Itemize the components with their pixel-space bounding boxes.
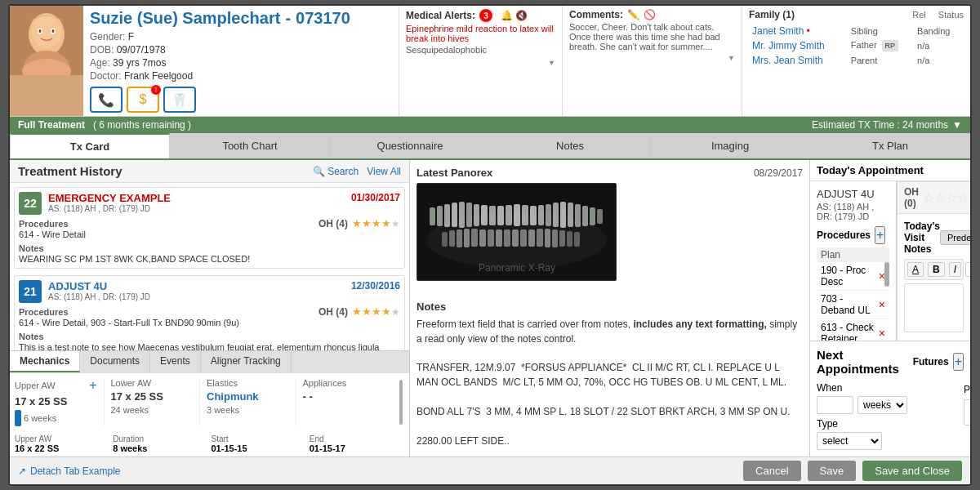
svg-rect-50	[567, 231, 572, 247]
svg-rect-24	[530, 206, 537, 225]
svg-rect-27	[553, 203, 559, 227]
view-all-button[interactable]: View All	[367, 166, 401, 177]
svg-rect-19	[489, 206, 496, 225]
visit-notes-input[interactable]	[904, 283, 964, 332]
oh-appt-label: OH (0)	[904, 186, 919, 209]
estimated-tx: Estimated TX Time : 24 months	[812, 119, 948, 131]
alert-item-2: Sesquipedalophobic	[406, 45, 555, 55]
eye-slash-icon: 🚫	[644, 9, 656, 20]
billing-button[interactable]: $	[127, 87, 159, 113]
proc-plan-header: Plan	[817, 247, 889, 262]
tab-notes[interactable]: Notes	[490, 133, 650, 158]
svg-rect-51	[574, 232, 580, 247]
events-tab[interactable]: Events	[150, 351, 201, 372]
notes-label-21: Notes	[19, 332, 44, 341]
panorex-image[interactable]: Panoramic X-Ray	[416, 183, 617, 281]
notes-text: Freeform text field that is carried over…	[416, 317, 803, 448]
procedures-next-label: Procedures	[964, 384, 970, 395]
edit-icon[interactable]: ✏️	[627, 9, 639, 20]
notes-text-22: WEARING SC PM 1ST 8WK CK,BAND SPACE CLOS…	[19, 254, 400, 264]
svg-rect-49	[559, 230, 565, 247]
svg-rect-21	[506, 205, 512, 225]
format-toolbar: A B I U	[904, 259, 964, 280]
tab-questionnaire[interactable]: Questionnaire	[330, 133, 490, 158]
elastics-col: Elastics Chipmunk 3 weeks	[207, 378, 296, 426]
treatment-item-22: 22 EMERGENCY EXAMPLE AS: (118) AH , DR: …	[14, 187, 405, 269]
cancel-button[interactable]: Cancel	[743, 461, 800, 481]
stars-21: ★★★★★	[352, 305, 400, 318]
appliances-col: Appliances - -	[303, 378, 392, 426]
lower-aw-value: 17 x 25 SS	[111, 390, 194, 403]
item-number-22: 22	[19, 192, 42, 215]
patient-id: 073170	[296, 9, 350, 28]
bottom-buttons: Cancel Save Save and Close	[743, 461, 962, 481]
svg-rect-14	[452, 203, 457, 227]
when-input[interactable]	[817, 396, 853, 414]
svg-rect-41	[496, 229, 502, 247]
procedures-label: Procedures	[817, 229, 871, 241]
upper-aw-add-button[interactable]: +	[89, 378, 96, 393]
tab-tx-plan[interactable]: Tx Plan	[810, 133, 970, 158]
tab-tx-card[interactable]: Tx Card	[10, 133, 170, 158]
elastics-duration: 3 weeks	[207, 405, 289, 415]
grid-duration: Duration 8 weeks	[113, 434, 207, 453]
svg-point-7	[52, 29, 55, 33]
mechanics-tab[interactable]: Mechanics	[10, 351, 80, 372]
treatment-list: 22 EMERGENCY EXAMPLE AS: (118) AH , DR: …	[10, 183, 409, 350]
next-appts-form: When weeks	[817, 382, 964, 450]
tab-tooth-chart[interactable]: Tooth Chart	[170, 133, 330, 158]
futures-add-button[interactable]: +	[953, 353, 964, 371]
proc-remove-3[interactable]: ×	[879, 327, 885, 340]
format-a-button[interactable]: A	[907, 262, 924, 277]
family-member-3: Mrs. Jean Smith Parent n/a	[751, 54, 962, 67]
elastics-value: Chipmunk	[207, 390, 289, 403]
tabs-bar: Tx Card Tooth Chart Questionnaire Notes …	[10, 133, 970, 160]
treatment-item-21: 21 ADJUST 4U AS: (118) AH , DR: (179) JD…	[14, 275, 405, 350]
tab-imaging[interactable]: Imaging	[650, 133, 810, 158]
weeks-select[interactable]: weeks	[858, 396, 907, 414]
svg-rect-33	[597, 209, 603, 224]
procedures-add-button[interactable]: +	[875, 226, 885, 244]
svg-rect-35	[449, 230, 455, 247]
svg-rect-17	[474, 204, 479, 226]
predefined-button[interactable]: Predefined	[940, 230, 970, 245]
alerts-count: 3	[479, 9, 492, 22]
svg-rect-47	[545, 229, 550, 247]
panorex-date: 08/29/2017	[754, 167, 803, 179]
scrollbar[interactable]	[884, 262, 889, 287]
detach-icon: ↗	[18, 466, 26, 477]
svg-rect-30	[575, 204, 581, 227]
phone-button[interactable]: 📞	[90, 87, 122, 113]
save-button[interactable]: Save	[808, 461, 857, 481]
proc-remove-2[interactable]: ×	[879, 298, 885, 311]
svg-rect-40	[488, 229, 494, 247]
save-close-button[interactable]: Save and Close	[862, 461, 962, 481]
treatment-chevron[interactable]: ▼	[952, 119, 962, 131]
format-b-button[interactable]: B	[928, 262, 945, 277]
visit-notes-section: Today's Visit Notes Predefined A B I U	[898, 214, 970, 341]
panorex-section: Latest Panorex 08/29/2017	[410, 160, 809, 294]
search-button[interactable]: 🔍 Search	[313, 166, 359, 177]
detach-button[interactable]: ↗ Detach Tab Example	[18, 466, 121, 477]
mechanics-tabs: Mechanics Documents Events Aligner Track…	[10, 351, 409, 372]
svg-rect-25	[538, 205, 544, 225]
type-select[interactable]: select	[817, 432, 882, 450]
documents-tab[interactable]: Documents	[80, 351, 150, 372]
svg-rect-34	[442, 232, 448, 247]
upper-aw-label: Upper AW	[15, 381, 56, 390]
todays-appointment: ADJUST 4U AS: (118) AH , DR: (179) JD Pr…	[810, 181, 897, 341]
svg-rect-42	[504, 229, 510, 247]
tooth-button[interactable]: 🦷	[163, 87, 196, 113]
lower-aw-label: Lower AW	[111, 378, 152, 388]
svg-rect-23	[522, 205, 528, 225]
aligner-tracking-tab[interactable]: Aligner Tracking	[201, 351, 292, 372]
item-number-21: 21	[19, 280, 42, 303]
item-date-22: 01/30/2017	[351, 192, 400, 203]
format-i-button[interactable]: I	[949, 262, 961, 277]
comments-text: Soccer, Cheer. Don't talk about cats. On…	[569, 22, 735, 51]
procedures-next-input[interactable]	[964, 399, 970, 425]
oh-stars-empty: ☆☆☆☆☆	[923, 190, 970, 206]
alert-item-1: Epinephrine mild reaction to latex will …	[406, 24, 555, 43]
scroll-handle[interactable]	[399, 380, 403, 425]
format-u-button[interactable]: U	[965, 262, 970, 277]
